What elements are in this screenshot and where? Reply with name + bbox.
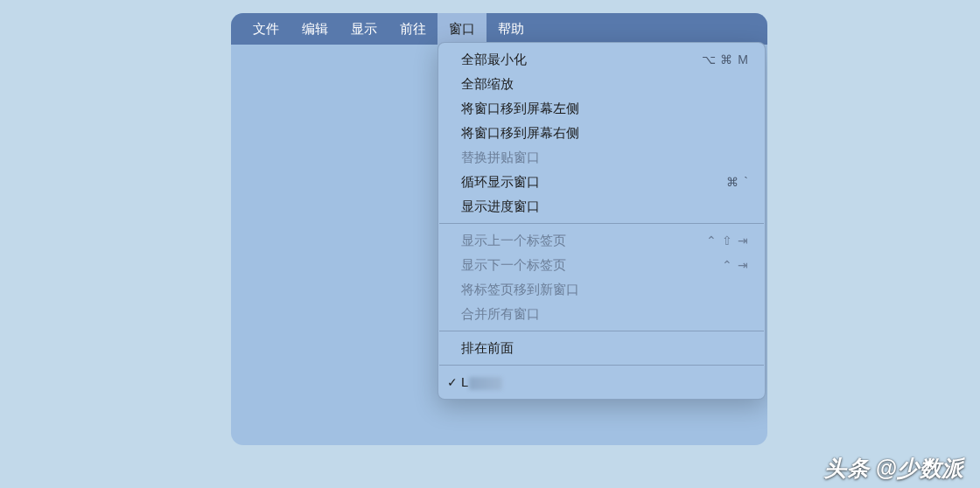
menu-label: 将窗口移到屏幕右侧 (461, 125, 579, 142)
menu-label: 显示进度窗口 (461, 199, 540, 215)
menu-item-move-left[interactable]: 将窗口移到屏幕左侧 (438, 96, 765, 121)
menu-view[interactable]: 显示 (340, 13, 388, 45)
window-name: L (461, 374, 502, 390)
menu-label: 将标签页移到新窗口 (461, 282, 579, 298)
menu-go[interactable]: 前往 (388, 13, 438, 45)
menu-label: 排在前面 (461, 340, 514, 357)
app-window: 文件 编辑 显示 前往 窗口 帮助 全部最小化 ⌥ ⌘ M 全部缩放 将窗口移到… (231, 13, 767, 445)
menu-label: 全部最小化 (461, 52, 527, 68)
menu-label: 全部缩放 (461, 76, 514, 93)
menu-item-bring-front[interactable]: 排在前面 (438, 336, 765, 360)
shortcut: ⌘ ` (726, 175, 749, 189)
menu-item-show-progress[interactable]: 显示进度窗口 (438, 194, 765, 219)
menu-label: 显示下一个标签页 (461, 257, 566, 274)
check-icon: ✓ (445, 375, 459, 389)
menu-item-replace-tiled: 替换拼贴窗口 (438, 145, 765, 170)
menu-separator (439, 223, 764, 224)
menu-label: 显示上一个标签页 (461, 233, 566, 249)
menu-help[interactable]: 帮助 (486, 13, 536, 45)
menu-separator (439, 331, 764, 331)
watermark: 头条 @少数派 (824, 454, 964, 483)
menu-item-cycle-windows[interactable]: 循环显示窗口 ⌘ ` (438, 170, 765, 194)
menu-edit[interactable]: 编辑 (290, 13, 340, 45)
menu-item-next-tab: 显示下一个标签页 ⌃ ⇥ (438, 253, 765, 277)
menu-item-merge-windows: 合并所有窗口 (438, 302, 765, 326)
shortcut: ⌃ ⇧ ⇥ (706, 234, 749, 247)
menu-item-minimize-all[interactable]: 全部最小化 ⌥ ⌘ M (438, 47, 765, 72)
shortcut: ⌥ ⌘ M (702, 52, 749, 66)
window-menu-dropdown: 全部最小化 ⌥ ⌘ M 全部缩放 将窗口移到屏幕左侧 将窗口移到屏幕右侧 替换拼… (438, 42, 766, 400)
menu-label: 合并所有窗口 (461, 306, 540, 323)
menu-label: 替换拼贴窗口 (461, 150, 540, 166)
menu-separator (439, 365, 764, 366)
blurred-text (469, 377, 502, 390)
menu-label: 循环显示窗口 (461, 174, 540, 191)
menu-item-prev-tab: 显示上一个标签页 ⌃ ⇧ ⇥ (438, 228, 765, 253)
menu-label: 将窗口移到屏幕左侧 (461, 101, 579, 117)
menubar: 文件 编辑 显示 前往 窗口 帮助 (231, 13, 767, 45)
menu-item-move-tab-new: 将标签页移到新窗口 (438, 277, 765, 302)
menu-window[interactable]: 窗口 (438, 13, 486, 45)
menu-item-move-right[interactable]: 将窗口移到屏幕右侧 (438, 121, 765, 145)
menu-file[interactable]: 文件 (242, 13, 290, 45)
menu-item-current-window[interactable]: ✓ L (438, 370, 765, 394)
menu-item-zoom-all[interactable]: 全部缩放 (438, 72, 765, 96)
shortcut: ⌃ ⇥ (722, 258, 749, 272)
